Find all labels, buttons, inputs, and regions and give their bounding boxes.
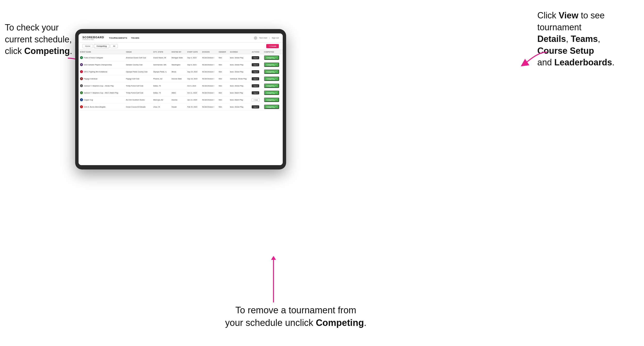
scoring-cell: team, Stroke Play: [228, 54, 250, 61]
gender-cell: Men: [217, 82, 228, 89]
create-button[interactable]: + Create: [266, 44, 279, 48]
competing-cell: Competing ✓: [262, 75, 283, 82]
competing-badge[interactable]: Competing ✓: [264, 84, 279, 88]
table-row: A Copper Cup Ak-Chin Southern DunesMaric…: [78, 96, 283, 103]
table-row: J Jackson T. Stephens Cup – Stroke Play …: [78, 82, 283, 89]
hosted-by-cell: Hawaii: [170, 103, 186, 110]
competing-badge[interactable]: Competing ✓: [264, 69, 279, 74]
competing-badge[interactable]: Competing ✓: [264, 91, 279, 95]
event-name-cell: I OFCC Fighting Illini Invitational: [78, 68, 124, 75]
gender-cell: Men: [217, 68, 228, 75]
actions-cell: View ℹ: [250, 89, 262, 96]
venue-cell: Trinity Forest Golf Club: [124, 89, 152, 96]
team-logo: S: [80, 56, 83, 59]
venue-cell: American Dunes Golf Club: [124, 54, 152, 61]
competing-cell: Competing ✓: [262, 61, 283, 68]
header-username: Test User: [259, 37, 268, 39]
actions-cell: ✏ Edit: [250, 96, 262, 103]
view-button[interactable]: View ℹ: [252, 84, 259, 87]
division-cell: NCAA Division I: [201, 103, 217, 110]
start-date-cell: Feb 15, 2024: [186, 103, 200, 110]
actions-cell: View ℹ: [250, 103, 262, 110]
hosted-by-cell: Arizona: [170, 96, 186, 103]
filter-home-btn[interactable]: Home: [82, 44, 93, 48]
event-name-cell: A Copper Cup: [78, 96, 124, 103]
table-row: W 2023 Sahalee Players Championship Saha…: [78, 61, 283, 68]
view-button[interactable]: View ℹ: [252, 63, 259, 66]
logo-subtitle: Powered by clippi: [82, 39, 104, 40]
view-button[interactable]: View ℹ: [252, 77, 259, 80]
annotation-bottom: To remove a tournament from your schedul…: [211, 304, 381, 329]
col-event-name: EVENT NAME: [78, 50, 124, 54]
city-state-cell: Lihue, HI: [152, 103, 170, 110]
nav-teams[interactable]: TEAMS: [131, 37, 140, 39]
annotation-top-right: Click View to see tournament Details, Te…: [537, 10, 639, 68]
competing-badge[interactable]: Competing ✓: [264, 105, 279, 109]
event-name-cell: S Folds of Honor Collegiate: [78, 54, 124, 61]
division-cell: NCAA Division I: [201, 68, 217, 75]
filter-all-btn[interactable]: All: [110, 44, 118, 48]
actions-cell: View ℹ: [250, 82, 262, 89]
division-cell: NCAA Division I: [201, 61, 217, 68]
division-cell: NCAA Division I: [201, 89, 217, 96]
competing-cell: Competing ✓: [262, 68, 283, 75]
event-name: Copper Cup: [84, 99, 93, 101]
team-logo: J: [80, 84, 83, 87]
actions-cell: View ℹ: [250, 61, 262, 68]
gender-cell: Men: [217, 54, 228, 61]
competing-badge[interactable]: Competing ✓: [264, 76, 279, 81]
logo-title: SCOREBOARD: [82, 36, 104, 39]
gender-cell: Men: [217, 96, 228, 103]
col-division: DIVISION: [201, 50, 217, 54]
scoring-cell: team, Stroke Play: [228, 68, 250, 75]
edit-button[interactable]: ✏ Edit: [252, 98, 260, 102]
city-state-cell: Maricopa, AZ: [152, 96, 170, 103]
start-date-cell: Sep 9, 2023: [186, 61, 200, 68]
table-header-row: EVENT NAME VENUE CITY, STATE HOSTED BY S…: [78, 50, 283, 54]
signout-link[interactable]: Sign out: [272, 37, 279, 39]
event-name: Folds of Honor Collegiate: [84, 57, 103, 59]
event-name: Jackson T. Stephens Cup – Men's Match Pl…: [84, 92, 118, 94]
table-row: S Folds of Honor Collegiate American Dun…: [78, 54, 283, 61]
team-logo: A: [80, 98, 83, 101]
venue-cell: Ak-Chin Southern Dunes: [124, 96, 152, 103]
actions-cell: View ℹ: [250, 68, 262, 75]
event-name: Jackson T. Stephens Cup – Stroke Play: [84, 85, 114, 87]
event-name: 2023 Sahalee Players Championship: [84, 64, 112, 66]
col-scoring: SCORING: [228, 50, 250, 54]
event-name: OFCC Fighting Illini Invitational: [84, 71, 107, 73]
competing-cell: Competing ✓: [262, 82, 283, 89]
view-button[interactable]: View ℹ: [252, 70, 259, 73]
table-row: I OFCC Fighting Illini Invitational Olym…: [78, 68, 283, 75]
team-logo: P: [80, 77, 83, 80]
city-state-cell: Phoenix, AZ: [152, 75, 170, 82]
start-date-cell: Oct 9, 2023: [186, 82, 200, 89]
nav-tournaments[interactable]: TOURNAMENTS: [109, 37, 127, 39]
actions-cell: View ℹ: [250, 54, 262, 61]
filter-competing-btn[interactable]: Competing: [94, 44, 109, 48]
view-button[interactable]: View ℹ: [252, 105, 259, 109]
division-cell: NCAA Division I: [201, 82, 217, 89]
competing-badge[interactable]: Competing ✓: [264, 98, 279, 102]
col-city-state: CITY, STATE: [152, 50, 170, 54]
venue-cell: Trinity Forest Golf Club: [124, 82, 152, 89]
event-name-cell: J Jackson T. Stephens Cup – Men's Match …: [78, 89, 124, 96]
scoring-cell: team, Stroke Play: [228, 82, 250, 89]
division-cell: NCAA Division I: [201, 54, 217, 61]
scoring-cell: team, Stroke Play: [228, 61, 250, 68]
event-name-cell: P Papago Individual: [78, 75, 124, 82]
competing-badge[interactable]: Competing ✓: [264, 55, 279, 60]
hosted-by-cell: [170, 82, 186, 89]
city-state-cell: Olympia Fields, IL: [152, 68, 170, 75]
table-row: H John A. Burns Intercollegiate Ocean Co…: [78, 103, 283, 110]
view-button[interactable]: View ℹ: [252, 91, 259, 94]
gender-cell: Men: [217, 89, 228, 96]
col-actions: ACTIONS: [250, 50, 262, 54]
scoring-cell: team, Match Play: [228, 89, 250, 96]
tournaments-table-container: EVENT NAME VENUE CITY, STATE HOSTED BY S…: [78, 50, 283, 165]
annotation-top-left: To check your current schedule, click Co…: [5, 22, 82, 57]
view-button[interactable]: View ℹ: [252, 56, 259, 59]
hosted-by-cell: ABAC: [170, 89, 186, 96]
competing-badge[interactable]: Competing ✓: [264, 62, 279, 67]
start-date-cell: Sep 15, 2023: [186, 68, 200, 75]
